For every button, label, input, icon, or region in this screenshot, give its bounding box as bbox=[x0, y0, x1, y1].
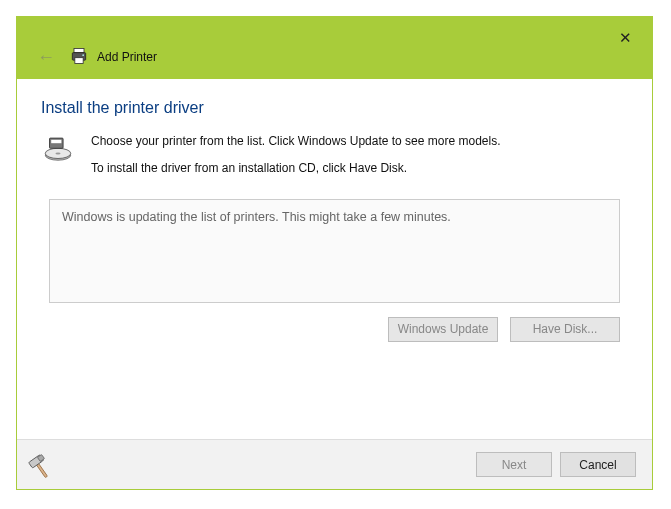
wizard-window: ← Add Printer ✕ Install the printer driv… bbox=[16, 16, 653, 490]
disk-printer-icon bbox=[41, 133, 75, 170]
window-title: Add Printer bbox=[97, 50, 157, 64]
svg-point-6 bbox=[55, 152, 60, 154]
titlebar: ← Add Printer ✕ bbox=[17, 17, 652, 79]
description-line-2: To install the driver from an installati… bbox=[91, 160, 501, 177]
svg-point-3 bbox=[82, 54, 84, 56]
printer-icon bbox=[69, 46, 89, 69]
footer: Next Cancel bbox=[17, 439, 652, 489]
windows-update-button: Windows Update bbox=[388, 317, 498, 342]
printer-listbox: Windows is updating the list of printers… bbox=[49, 199, 620, 303]
hammer-icon bbox=[23, 450, 57, 487]
svg-rect-2 bbox=[75, 57, 83, 63]
description-line-1: Choose your printer from the list. Click… bbox=[91, 133, 501, 150]
description-text: Choose your printer from the list. Click… bbox=[91, 133, 501, 177]
svg-rect-0 bbox=[74, 48, 84, 52]
back-arrow-icon: ← bbox=[37, 47, 55, 68]
close-icon[interactable]: ✕ bbox=[611, 25, 640, 51]
svg-rect-7 bbox=[50, 138, 64, 148]
page-heading: Install the printer driver bbox=[41, 99, 628, 117]
svg-rect-8 bbox=[51, 140, 61, 143]
content-area: Install the printer driver Choose your p… bbox=[17, 79, 652, 362]
status-message: Windows is updating the list of printers… bbox=[62, 210, 451, 224]
have-disk-button: Have Disk... bbox=[510, 317, 620, 342]
list-buttons-row: Windows Update Have Disk... bbox=[49, 317, 620, 342]
cancel-button[interactable]: Cancel bbox=[560, 452, 636, 477]
next-button: Next bbox=[476, 452, 552, 477]
description-row: Choose your printer from the list. Click… bbox=[41, 133, 628, 177]
